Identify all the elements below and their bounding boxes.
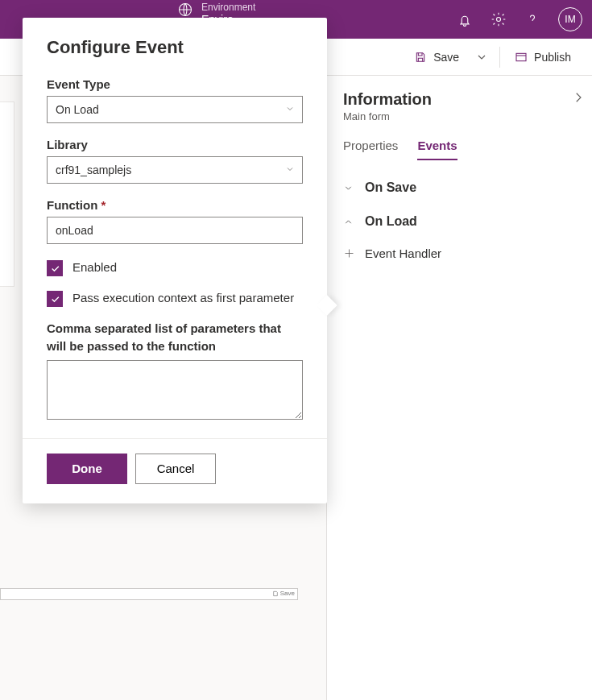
tab-events[interactable]: Events	[417, 139, 457, 160]
globe-icon	[177, 2, 193, 18]
params-label: Comma separated list of parameters that …	[47, 320, 303, 355]
user-avatar[interactable]: IM	[558, 7, 582, 31]
event-handler-label: Event Handler	[365, 246, 441, 260]
cancel-button[interactable]: Cancel	[135, 454, 216, 484]
enabled-checkbox[interactable]	[47, 260, 63, 276]
svg-rect-2	[516, 53, 526, 60]
save-button[interactable]: Save	[406, 46, 467, 68]
avatar-initials: IM	[565, 14, 575, 25]
mini-save-label: Save	[280, 590, 295, 597]
save-button-label: Save	[433, 51, 459, 64]
on-save-section[interactable]: On Save	[343, 180, 576, 195]
library-select[interactable]	[47, 156, 303, 184]
svg-point-1	[497, 18, 501, 22]
library-label: Library	[47, 138, 303, 151]
notifications-icon[interactable]	[457, 11, 473, 27]
panel-subtitle: Main form	[343, 110, 432, 122]
mini-save-indicator: Save	[272, 590, 295, 597]
params-textarea[interactable]	[47, 360, 303, 420]
settings-icon[interactable]	[491, 11, 507, 27]
done-button[interactable]: Done	[47, 454, 127, 484]
panel-title: Information	[343, 90, 432, 109]
canvas-strip	[0, 101, 14, 287]
configure-event-dialog: Configure Event Event Type Library Funct…	[23, 18, 327, 503]
function-input[interactable]	[47, 217, 303, 244]
help-icon[interactable]	[524, 11, 540, 27]
publish-button-label: Publish	[534, 51, 571, 64]
panel-tabs: Properties Events	[343, 139, 576, 161]
on-load-label: On Load	[365, 214, 417, 229]
on-save-label: On Save	[365, 180, 416, 195]
tab-properties[interactable]: Properties	[343, 139, 398, 160]
publish-button[interactable]: Publish	[507, 46, 579, 68]
separator	[499, 47, 500, 68]
dialog-title: Configure Event	[47, 37, 303, 58]
add-event-handler[interactable]: Event Handler	[343, 246, 576, 260]
event-type-select[interactable]	[47, 96, 303, 123]
canvas-footer-box: Save	[0, 588, 298, 600]
pass-context-checkbox[interactable]	[47, 291, 63, 307]
on-load-section[interactable]: On Load	[343, 214, 576, 229]
properties-panel: Information Main form Properties Events …	[326, 76, 592, 700]
enabled-label: Enabled	[72, 259, 117, 276]
pass-context-label: Pass execution context as first paramete…	[72, 289, 294, 307]
environment-label: Environment	[201, 2, 255, 13]
function-label: Function *	[47, 198, 303, 212]
save-dropdown[interactable]	[470, 46, 493, 68]
panel-chevron-icon[interactable]	[571, 90, 586, 107]
event-type-label: Event Type	[47, 77, 303, 91]
